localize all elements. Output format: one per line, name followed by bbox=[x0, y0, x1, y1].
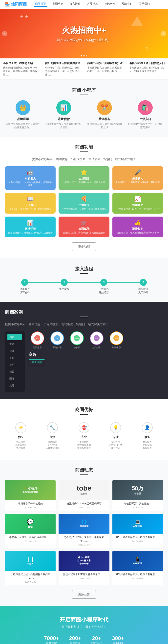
func-card-4: 📖 开卡有礼 开卡送礼，吸引新用户注册，快速积累会员 bbox=[5, 193, 56, 214]
dyn-date-8: 2019-01-03 bbox=[60, 577, 107, 580]
case-logo-5: 购物 购物中心 bbox=[108, 332, 125, 349]
func-card-8: 🛒 金融赋能 金融产品赋能，为商家提供多元化金融服务 bbox=[59, 216, 109, 237]
flow-label-4: 客服跟进 人工协助 bbox=[124, 287, 163, 294]
hero-decoration bbox=[131, 16, 143, 26]
miniapp-icon-3: ✂️ bbox=[97, 100, 112, 115]
case-logo-name-5: 购物中心 bbox=[108, 346, 125, 349]
info-item-1-desc: 通过信阳商圈新媒体新聪明小程序平台，发现生活好物，美食探店…… bbox=[3, 66, 39, 76]
case-tab-6[interactable]: 教育 bbox=[7, 368, 22, 375]
func-icon-2: ⭐ bbox=[61, 169, 106, 176]
dyn-body-5: 怎么做好小程序已成为2019年商家必备…… 2019-01-03 bbox=[59, 534, 109, 548]
navigation: 🏪 信阳商圈 商圈首页 商圈功能 接入流程 人员招募 接触合作 帮助中心 关于我… bbox=[0, 0, 168, 9]
dyn-img-9: 📱 APP布局 bbox=[112, 551, 163, 571]
case-tab-3[interactable]: 服装 bbox=[7, 348, 22, 354]
cta-num-4: 300+ bbox=[112, 635, 124, 642]
miniapp-desc-1: 多维度全方位品牌展示，让您的品牌更有竞争力 bbox=[5, 122, 41, 129]
logo[interactable]: 🏪 信阳商圈 bbox=[5, 2, 27, 7]
dyn-card-4[interactable]: 💬 微信 微信终于可以了！让我们用小程序…… 2019-01-22 bbox=[5, 514, 56, 548]
dynamics-grid: 🟢 小程序 春节停审核通知 小程序春节停审核通知 2019-01-08 tobe… bbox=[5, 480, 163, 585]
dyn-card-8[interactable]: 微信小程序 引APP开发者 争夺年华 微信小程序引APP开发者争夺年华…… 20… bbox=[59, 551, 109, 585]
flow-step-4: 4 客服跟进 人工协助 bbox=[124, 279, 163, 294]
miniapp-name-3: 营销礼包 bbox=[86, 117, 122, 121]
func-desc-6: 社交裂变营销，口碑传播，指数级增长客户 bbox=[115, 208, 160, 210]
cases-sidebar: 商超 餐饮 服装 美容 娱乐 教育 医疗 其他 bbox=[5, 332, 25, 392]
nav-help[interactable]: 帮助中心 bbox=[121, 2, 133, 7]
func-card-2: ⭐ 会员积分 会员积分管理，增强用户粘性，提高复购率 bbox=[59, 166, 109, 190]
dyn-card-6[interactable]: 💻 APP开发 APP开发者开始布局小程序？看这里…… 2018-12-26 bbox=[112, 514, 163, 548]
case-logo-3: 步步高 步步高 bbox=[68, 332, 85, 349]
func-name-6: 营销裂变 bbox=[115, 203, 160, 207]
adv-item-5: 👤 服务 贴心服务 1对1专属 客服跟进 bbox=[132, 420, 163, 452]
miniapp-item-3: ✂️ 营销礼包 多种营销工具，助力商家快速增长业绩 bbox=[86, 100, 122, 129]
cases-detail-button[interactable]: 查看详情 bbox=[29, 359, 45, 365]
info-item-4-desc: 小程序会员功能，积分商城，满足O2O线上线下消费场景…… bbox=[129, 66, 165, 73]
miniapp-divider bbox=[80, 94, 88, 95]
dyn-title-3: 年收益58万？真的假的！ bbox=[114, 502, 161, 506]
cases-selected-name: 商超 查看详情 bbox=[29, 352, 163, 365]
dyn-card-3[interactable]: 58万 年收益 年收益58万？真的假的！ 2018-12-26 bbox=[112, 480, 163, 511]
functions-divider bbox=[80, 152, 88, 152]
dyn-card-5[interactable]: 🌐 网络营销 怎么做好小程序已成为2019年商家必备…… 2019-01-03 bbox=[59, 514, 109, 548]
case-logo-circle-3: 步步高 bbox=[70, 332, 84, 345]
dyn-card-2[interactable]: tobe 逃跑吧 逃跑吧少年！tobe活动正式开始 2019-01-03 bbox=[59, 480, 109, 511]
adv-desc-1: 独立运营 完整的商家 管理后台 bbox=[6, 440, 35, 450]
hero-dot-2[interactable] bbox=[83, 55, 85, 56]
adv-name-4: 专注 bbox=[101, 435, 130, 439]
dyn-title-9: APP开发者开始布局小程序？看这里…… bbox=[114, 573, 161, 576]
miniapp-icon-4: 🛍️ bbox=[138, 100, 153, 115]
cta-unit-1: + bbox=[56, 635, 59, 641]
svg-text:折扣: 折扣 bbox=[95, 338, 98, 339]
nav-partner[interactable]: 接触合作 bbox=[103, 2, 116, 7]
hero-title: 火热招商中+ bbox=[62, 25, 106, 36]
flow-label-2: 提交审核 bbox=[44, 287, 84, 291]
dynamics-more-button[interactable]: 更多公告 bbox=[72, 590, 96, 599]
dyn-card-7[interactable]: [ ] 小程序 小程序正式上线，向您报告！我们来了…… 2019-01-08 bbox=[5, 551, 56, 585]
adv-icon-4: 💡 bbox=[110, 422, 121, 433]
hero-prev-button[interactable]: ‹ bbox=[2, 31, 7, 36]
adv-name-3: 专业 bbox=[69, 435, 99, 439]
dyn-card-1[interactable]: 🟢 小程序 春节停审核通知 小程序春节停审核通知 2019-01-08 bbox=[5, 480, 56, 511]
flow-circle-1: 1 bbox=[21, 279, 28, 286]
nav-flow[interactable]: 接入流程 bbox=[69, 2, 82, 7]
nav-functions[interactable]: 商圈功能 bbox=[51, 2, 64, 7]
func-icon-6: 📈 bbox=[115, 196, 160, 202]
case-logo-name-1: 信阳超市 bbox=[29, 346, 46, 349]
case-tab-7[interactable]: 医疗 bbox=[7, 376, 22, 382]
dyn-date-3: 2018-12-26 bbox=[114, 506, 161, 509]
nav-home[interactable]: 商圈首页 bbox=[34, 2, 47, 7]
adv-icon-5: 👤 bbox=[142, 422, 153, 433]
hero-next-button[interactable]: › bbox=[161, 31, 166, 36]
dyn-body-6: APP开发者开始布局小程序？看这里…… 2018-12-26 bbox=[112, 534, 163, 544]
case-tab-2[interactable]: 餐饮 bbox=[7, 341, 22, 347]
miniapp-desc-3: 多种营销工具，助力商家快速增长业绩 bbox=[86, 122, 122, 129]
functions-more-button[interactable]: 更多功能 bbox=[72, 242, 96, 251]
cta-unit-3: + bbox=[98, 635, 101, 641]
cases-section: 商圈案例 提供小程序展示，团购优惠，小程序拼团，营销裂变，智慧门一站式解决方案！… bbox=[0, 302, 168, 399]
info-item-1-title: 小程序正式上线向您介绍 bbox=[3, 62, 39, 65]
case-tab-8[interactable]: 其他 bbox=[7, 382, 22, 389]
case-logo-name-3: 步步高 bbox=[68, 346, 85, 349]
dyn-title-1: 小程序春节停审核通知 bbox=[7, 502, 54, 506]
cta-subtitle: 您的梦想与追求，我们帮您实现！ bbox=[5, 625, 163, 629]
hero-banner: ‹ ✦ ✦ 火热招商中+ 加入信阳商圈小程序享自然流量红利！ ▽ › bbox=[0, 9, 168, 58]
flow-label-3: 上线开店 开始经营 bbox=[84, 287, 124, 294]
func-name-5: 生活服务 bbox=[61, 203, 106, 207]
hero-dot-1[interactable] bbox=[81, 55, 82, 56]
functions-title: 商圈功能 bbox=[5, 144, 163, 150]
dyn-card-9[interactable]: 📱 APP布局 APP开发者开始布局小程序？看这里…… 2018-12-26 bbox=[112, 551, 163, 585]
func-desc-3: 多种拼团方式，帮助商家快速裂变，获取新客 bbox=[115, 181, 160, 184]
cases-subtitle: 提供小程序展示，团购优惠，小程序拼团，营销裂变，智慧门一站式解决方案！ bbox=[5, 322, 163, 326]
case-tab-5[interactable]: 娱乐 bbox=[7, 362, 22, 368]
hero-dot-3[interactable] bbox=[86, 55, 87, 56]
case-tab-4[interactable]: 美容 bbox=[7, 355, 22, 361]
adv-item-4: 💡 专注 专注本地 深耕信阳本地 商业生态 bbox=[100, 420, 132, 452]
case-logo-name-4: 上品折扣 bbox=[88, 346, 105, 349]
cases-main: 超市 信阳超市 万达 万达广场 步步高 步步高 bbox=[29, 332, 163, 392]
nav-recruit[interactable]: 人员招募 bbox=[86, 2, 99, 7]
nav-about[interactable]: 关于我们 bbox=[138, 2, 151, 7]
dyn-date-6: 2018-12-26 bbox=[114, 540, 161, 542]
cases-name-text: 商超 bbox=[29, 352, 163, 358]
dyn-body-9: APP开发者开始布局小程序？看这里…… 2018-12-26 bbox=[112, 571, 163, 582]
flow-step-3: 3 上线开店 开始经营 bbox=[84, 279, 124, 294]
case-tab-1[interactable]: 商超 bbox=[7, 334, 22, 340]
